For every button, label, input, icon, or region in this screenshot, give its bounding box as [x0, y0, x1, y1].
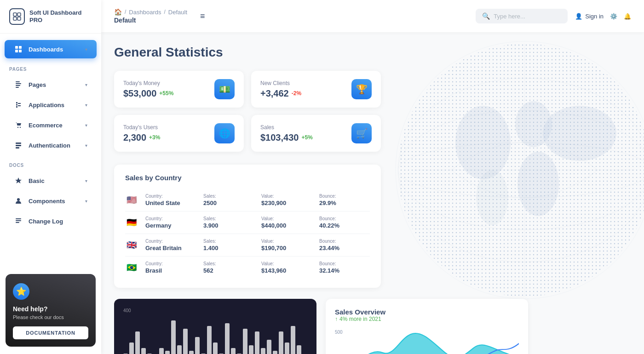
svg-point-17: [17, 198, 20, 201]
country-col-value-br: Value: $143,960: [261, 261, 312, 274]
country-col-value-de: Value: $440,000: [261, 216, 312, 229]
sidebar-item-basic[interactable]: Basic ▾: [5, 171, 97, 190]
stat-sales-value: $103,430 +5%: [260, 132, 313, 143]
bar-chart-bar: [279, 331, 283, 354]
bar-chart-bar: [189, 351, 194, 354]
svg-point-32: [398, 78, 644, 262]
bar-chart-bar: [141, 348, 146, 354]
stat-users-label: Today's Users: [123, 124, 160, 131]
svg-rect-11: [16, 87, 19, 88]
breadcrumb-sep2: /: [164, 9, 165, 15]
breadcrumb-home[interactable]: 🏠: [114, 8, 122, 16]
sidebar-item-basic-label: Basic: [29, 177, 80, 184]
us-flag: 🇺🇸: [125, 195, 138, 205]
documentation-button[interactable]: DOCUMENTATION: [13, 326, 88, 339]
stat-money-value: $53,000 +55%: [123, 88, 173, 99]
svg-rect-1: [17, 13, 21, 16]
country-col-bounce-gb: Bounce: 23.44%: [319, 239, 370, 251]
bar-chart-bar: [285, 343, 289, 354]
stat-clients-change: -2%: [292, 90, 301, 97]
dashboards-icon: [14, 45, 23, 54]
svg-point-27: [518, 152, 559, 216]
stat-sales-change: +5%: [301, 134, 312, 141]
bar-chart-bar: [195, 337, 200, 354]
bar-chart-bar: [231, 348, 236, 354]
authentication-icon: [14, 141, 23, 150]
basic-icon: [14, 176, 23, 185]
svg-rect-19: [16, 220, 21, 221]
bar-chart-bars: [123, 318, 307, 354]
sidebar-item-authentication[interactable]: Authentication ▾: [5, 136, 97, 154]
search-icon: 🔍: [482, 12, 490, 20]
sidebar-item-ecommerce[interactable]: Ecommerce ▾: [5, 116, 97, 134]
settings-icon: ⚙️: [610, 13, 617, 20]
stat-card-clients: New Clients +3,462 -2% 🏆: [251, 71, 381, 108]
bell-icon: 🔔: [624, 13, 631, 20]
stat-sales-icon: 🛒: [351, 123, 372, 143]
bar-chart-y-400: 400: [123, 308, 307, 313]
bar-chart-bar: [213, 343, 218, 354]
sidebar-item-changelog[interactable]: Change Log: [5, 212, 97, 230]
country-col-sales-us: Sales: 2500: [203, 194, 254, 206]
stat-money-change: +55%: [159, 90, 173, 97]
country-row-us: 🇺🇸 Country: United State Sales: 2500 Val…: [125, 189, 370, 211]
country-col-country-br: Country: Brasil: [145, 261, 196, 274]
bar-chart-bar: [159, 348, 164, 354]
stat-clients-icon: 🏆: [351, 79, 372, 99]
breadcrumb: 🏠 / Dashboards / Default: [114, 8, 187, 16]
sidebar-item-changelog-label: Change Log: [29, 218, 87, 225]
sidebar: Soft UI Dashboard PRO Dashboards ▾ Pages…: [0, 0, 101, 354]
country-col-sales-de: Sales: 3.900: [203, 216, 254, 229]
help-box: ⭐ Need help? Please check our docs DOCUM…: [6, 274, 96, 347]
country-col-value-us: Value: $230,900: [261, 194, 312, 206]
svg-rect-20: [16, 222, 19, 223]
breadcrumb-sep1: /: [125, 9, 126, 15]
stat-card-users: Today's Users 2,300 +3% 🌐: [114, 115, 244, 152]
bar-chart-bar: [291, 326, 295, 354]
hamburger-menu-icon[interactable]: ≡: [200, 11, 205, 21]
sidebar-item-dashboards[interactable]: Dashboards ▾: [5, 40, 97, 58]
main-area: 🏠 / Dashboards / Default Default ≡ 🔍 👤 S…: [101, 0, 644, 354]
stat-users-change: +3%: [149, 134, 160, 141]
br-flag: 🇧🇷: [125, 263, 138, 272]
breadcrumb-dashboards[interactable]: Dashboards: [129, 9, 161, 16]
applications-arrow: ▾: [85, 103, 87, 108]
bar-chart-bar: [225, 323, 230, 354]
bar-chart-bar: [171, 320, 176, 354]
pages-icon: [14, 80, 23, 89]
sidebar-item-components-label: Components: [29, 198, 80, 205]
sidebar-item-components[interactable]: Components ▾: [5, 192, 97, 210]
settings-button[interactable]: ⚙️: [610, 13, 617, 20]
svg-point-30: [398, 143, 644, 198]
user-icon: 👤: [575, 13, 582, 20]
stat-clients-value: +3,462 -2%: [260, 88, 301, 99]
sign-in-button[interactable]: 👤 Sign in: [575, 13, 604, 20]
svg-rect-24: [398, 44, 644, 297]
country-row-br: 🇧🇷 Country: Brasil Sales: 562 Value: $14…: [125, 257, 370, 279]
country-col-bounce-de: Bounce: 40.22%: [319, 216, 370, 229]
svg-rect-3: [17, 17, 21, 20]
svg-rect-5: [19, 46, 22, 49]
bar-chart-bar: [273, 351, 277, 354]
svg-rect-7: [19, 50, 22, 52]
svg-rect-4: [15, 46, 18, 49]
sidebar-item-pages[interactable]: Pages ▾: [5, 75, 97, 94]
sales-overview-subtitle: ↑ 4% more in 2021: [335, 316, 519, 322]
bar-chart-bar: [183, 329, 188, 354]
sidebar-item-dashboards-label: Dashboards: [29, 46, 80, 53]
ecommerce-arrow: ▾: [85, 123, 87, 128]
svg-point-21: [396, 41, 644, 299]
components-icon: [14, 196, 23, 206]
svg-point-23: [398, 44, 644, 297]
stat-users-icon: 🌐: [214, 123, 235, 143]
content-area: General Statistics Today's Money $53,000…: [101, 32, 644, 354]
sidebar-item-pages-label: Pages: [29, 81, 80, 88]
app-name: Soft UI Dashboard PRO: [29, 9, 92, 23]
notifications-button[interactable]: 🔔: [624, 13, 631, 20]
header-actions: 👤 Sign in ⚙️ 🔔: [575, 13, 631, 20]
bar-chart-bar: [129, 343, 134, 354]
country-col-country-de: Country: Germany: [145, 216, 196, 229]
ecommerce-icon: [14, 120, 23, 130]
sidebar-item-applications[interactable]: Applications ▾: [5, 96, 97, 114]
search-input[interactable]: [494, 13, 561, 20]
